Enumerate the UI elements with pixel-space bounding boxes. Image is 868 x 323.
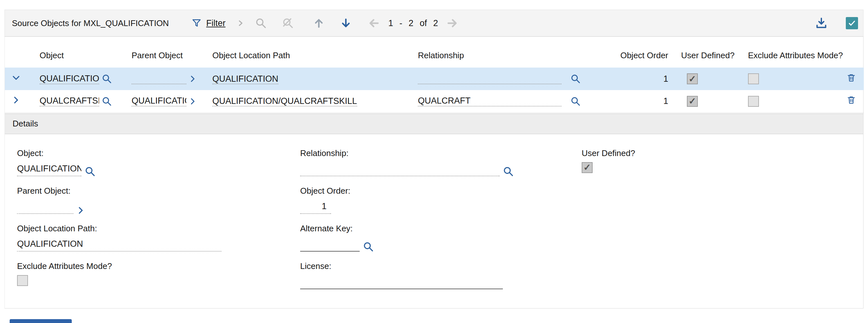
clear-search-icon[interactable] [282,18,294,29]
object-label: Object: [17,148,300,158]
previous-page-icon[interactable] [368,17,380,29]
user-defined-checkbox[interactable] [582,162,593,173]
exclude-attributes-mode-checkbox[interactable] [748,96,759,107]
relationship-input[interactable] [300,164,500,176]
user-defined-label: User Defined? [582,148,863,158]
filter-funnel-icon[interactable] [191,18,202,28]
alternate-key-magnifier-icon[interactable] [363,241,374,252]
object-location-path-field[interactable]: QUALIFICATION [212,74,278,84]
details-title: Details [12,119,38,129]
source-objects-table: Object Parent Object Object Location Pat… [5,43,864,113]
table-row[interactable]: QUALIFICATION [5,68,864,90]
exclude-attributes-mode-label: Exclude Attributes Mode? [17,261,300,271]
relationship-field[interactable]: QUALCRAFT [418,96,561,106]
delete-row-trash-icon[interactable] [846,73,856,83]
object-order-input[interactable]: 1 [300,201,331,214]
object-input[interactable]: QUALIFICATION [17,164,82,176]
column-header-user-defined[interactable]: User Defined? [668,43,742,68]
parent-drilldown-chevron-icon[interactable] [189,97,196,105]
table-toolbar: Source Objects for MXL_QUALIFICATION Fil… [4,10,864,37]
next-page-icon[interactable] [446,17,459,29]
row-expander-icon[interactable] [12,74,20,82]
object-order-field[interactable]: 1 [581,68,668,90]
alternate-key-label: Alternate Key: [300,224,582,233]
delete-row-trash-icon[interactable] [846,95,856,105]
alternate-key-input[interactable] [300,239,360,252]
parent-object-label: Parent Object: [17,186,300,196]
relationship-label: Relationship: [300,148,582,158]
details-section-header: Details [5,114,863,134]
object-detail-magnifier-icon[interactable] [102,96,112,106]
object-detail-magnifier-icon[interactable] [85,166,96,177]
previous-row-icon[interactable] [313,18,324,29]
expander-column-header [5,43,34,68]
pagination-text: 1 - 2 of 2 [388,18,438,28]
object-field[interactable]: QUALIFICATION [39,74,99,84]
license-input[interactable] [300,277,503,289]
relationship-detail-magnifier-icon[interactable] [570,74,581,84]
column-header-object[interactable]: Object [34,43,126,68]
relationship-detail-magnifier-icon[interactable] [503,166,514,177]
parent-object-field[interactable] [132,74,186,84]
column-header-relationship[interactable]: Relationship [412,43,581,68]
relationship-detail-magnifier-icon[interactable] [570,96,581,106]
exclude-attributes-mode-checkbox[interactable] [748,73,759,84]
search-icon[interactable] [255,18,267,29]
source-objects-page: Source Objects for MXL_QUALIFICATION Fil… [0,0,868,323]
object-order-label: Object Order: [300,186,582,196]
table-row[interactable]: QUALCRAFTSKILL QUALIFICATION [5,90,864,112]
user-defined-checkbox[interactable] [687,96,698,107]
object-location-path-input[interactable]: QUALIFICATION [17,239,221,252]
download-icon[interactable] [815,17,828,30]
next-row-icon[interactable] [340,18,352,29]
object-order-field[interactable]: 1 [581,90,668,112]
column-header-exclude-attributes-mode[interactable]: Exclude Attributes Mode? [742,43,839,68]
user-defined-checkbox[interactable] [687,73,698,84]
object-field[interactable]: QUALCRAFTSKILL [39,96,99,106]
collapse-table-icon[interactable] [846,17,858,29]
row-expander-icon[interactable] [12,96,20,104]
license-label: License: [300,261,582,271]
object-location-path-field[interactable]: QUALIFICATION/QUALCRAFTSKILL [212,96,357,106]
parent-drilldown-chevron-icon[interactable] [76,206,85,215]
details-form: Object: QUALIFICATION Parent Object: [5,134,863,299]
column-header-parent-object[interactable]: Parent Object [126,43,207,68]
parent-object-input[interactable] [17,201,73,214]
column-header-object-order[interactable]: Object Order [581,43,668,68]
object-detail-magnifier-icon[interactable] [102,74,112,84]
table-title: Source Objects for MXL_QUALIFICATION [12,18,169,28]
filter-link[interactable]: Filter [206,18,225,28]
table-header-row: Object Parent Object Object Location Pat… [5,43,864,68]
column-header-object-location-path[interactable]: Object Location Path [207,43,412,68]
parent-drilldown-chevron-icon[interactable] [189,75,196,83]
exclude-attributes-mode-checkbox[interactable] [17,275,28,286]
parent-object-field[interactable]: QUALIFICATION [132,96,186,106]
source-objects-panel: Object Parent Object Object Location Pat… [4,37,864,309]
relationship-field[interactable] [418,74,561,84]
filter-expand-chevron-icon[interactable] [237,19,244,27]
partial-bottom-button[interactable] [10,319,72,323]
object-location-path-label: Object Location Path: [17,224,300,233]
